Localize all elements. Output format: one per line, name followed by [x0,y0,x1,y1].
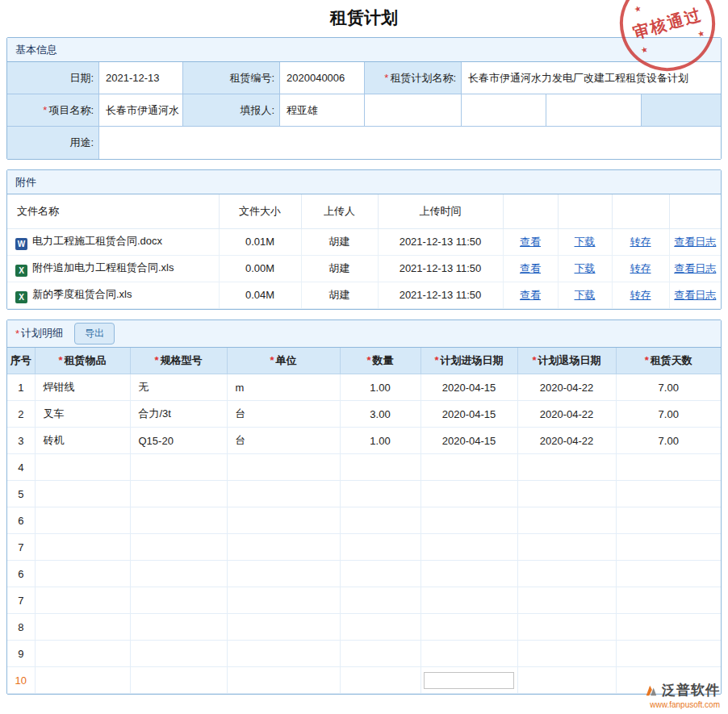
brand-url[interactable]: www.fanpusoft.com [644,700,720,709]
detail-exit-date [517,667,616,694]
row-filler [642,94,721,126]
required-mark: * [58,354,62,366]
basic-info-row-3: 用途: [7,127,721,159]
excel-file-icon: X [15,265,27,277]
required-mark: * [532,354,536,366]
detail-days [616,641,721,667]
view-link[interactable]: 查看 [520,236,541,248]
detail-seq: 9 [7,641,35,667]
view-log-link[interactable]: 查看日志 [674,236,716,248]
detail-enter-date [420,534,517,561]
label-text: 租赁计划名称: [390,71,456,86]
save-as-link[interactable]: 转存 [630,236,651,248]
detail-qty [340,587,420,614]
download-link[interactable]: 下载 [575,236,596,248]
detail-enter-date [420,454,517,481]
detail-table: 序号 *租赁物品 *规格型号 *单位 *数量 *计划进场日期 *计划退场日期 *… [7,348,721,695]
attachment-name: 新的季度租赁合同.xls [32,288,132,300]
detail-item: 叉车 [35,401,130,428]
detail-qty [340,667,420,694]
empty-value-cell [546,94,642,126]
detail-days [616,507,721,534]
detail-days: 7.00 [616,401,721,428]
project-label: *项目名称: [7,94,99,126]
header-text: 规格型号 [161,354,203,366]
attachment-size: 0.04M [219,282,301,308]
required-mark: * [645,354,649,366]
fanpu-logo-icon [644,683,659,698]
detail-item [35,454,130,481]
header-text: 计划退场日期 [538,354,601,366]
view-log-link[interactable]: 查看日志 [674,262,716,274]
detail-seq: 2 [7,401,35,428]
save-as-link[interactable]: 转存 [630,262,651,274]
download-link[interactable]: 下载 [575,289,596,301]
detail-spec [130,481,227,507]
view-log-link[interactable]: 查看日志 [674,289,716,301]
detail-qty: 3.00 [340,401,420,428]
col-days: *租赁天数 [616,348,721,374]
rent-no-label: 租赁编号: [183,62,280,94]
export-button[interactable]: 导出 [74,323,115,344]
header-text: 序号 [10,354,31,366]
detail-unit [227,667,340,694]
detail-days: 7.00 [616,428,721,454]
detail-item: 焊钳线 [35,374,130,401]
col-uploader: 上传人 [301,194,378,228]
label-text: 租赁编号: [229,71,274,86]
detail-spec [130,534,227,561]
attachment-row: W电力工程施工租赁合同.docx 0.01M 胡建 2021-12-13 11:… [7,228,721,255]
detail-row: 4 [7,454,721,481]
detail-enter-date [420,614,517,641]
excel-file-icon: X [15,291,27,303]
header-text: 数量 [373,354,394,366]
view-link[interactable]: 查看 [520,289,541,301]
detail-spec [130,561,227,587]
detail-row: 10 [7,667,721,694]
detail-unit [227,587,340,614]
detail-exit-date [517,534,616,561]
detail-inline-input[interactable] [424,672,514,689]
basic-info-row-1: 日期: 2021-12-13 租赁编号: 2020040006 *租赁计划名称:… [7,62,721,94]
col-action-4 [669,194,721,228]
view-link[interactable]: 查看 [520,262,541,274]
basic-info-header: 基本信息 [7,38,721,62]
required-mark: * [43,104,47,116]
detail-enter-date [420,587,517,614]
detail-unit: m [227,374,340,401]
attachment-row: X附件追加电力工程租赁合同.xls 0.00M 胡建 2021-12-13 11… [7,255,721,282]
detail-exit-date: 2020-04-22 [517,374,616,401]
col-action-2 [558,194,612,228]
detail-qty: 1.00 [340,428,420,454]
attachment-uploader: 胡建 [301,228,378,255]
project-value: 长春市伊通河水 [99,94,183,126]
purpose-label: 用途: [7,127,99,159]
attachment-row: X新的季度租赁合同.xls 0.04M 胡建 2021-12-13 11:50 … [7,282,721,308]
empty-value-cell [462,94,546,126]
detail-item [35,641,130,667]
save-as-link[interactable]: 转存 [630,289,651,301]
col-seq: 序号 [7,348,35,374]
detail-qty [340,507,420,534]
detail-spec [130,507,227,534]
attachment-uploader: 胡建 [301,255,378,282]
detail-spec [130,454,227,481]
download-link[interactable]: 下载 [575,262,596,274]
detail-days [616,587,721,614]
detail-exit-date [517,507,616,534]
detail-row: 7 [7,587,721,614]
detail-spec: Q15-20 [130,428,227,454]
detail-enter-date [420,507,517,534]
col-upload-time: 上传时间 [378,194,503,228]
detail-spec: 无 [130,374,227,401]
detail-row: 2 叉车 合力/3t 台 3.00 2020-04-15 2020-04-22 … [7,401,721,428]
brand-name: 泛普软件 [662,681,720,699]
header-text: 租赁物品 [65,354,107,366]
detail-item [35,561,130,587]
detail-item [35,667,130,694]
detail-item [35,587,130,614]
required-mark: * [366,354,370,366]
detail-item [35,614,130,641]
required-mark: * [434,354,438,366]
detail-enter-date [420,481,517,507]
